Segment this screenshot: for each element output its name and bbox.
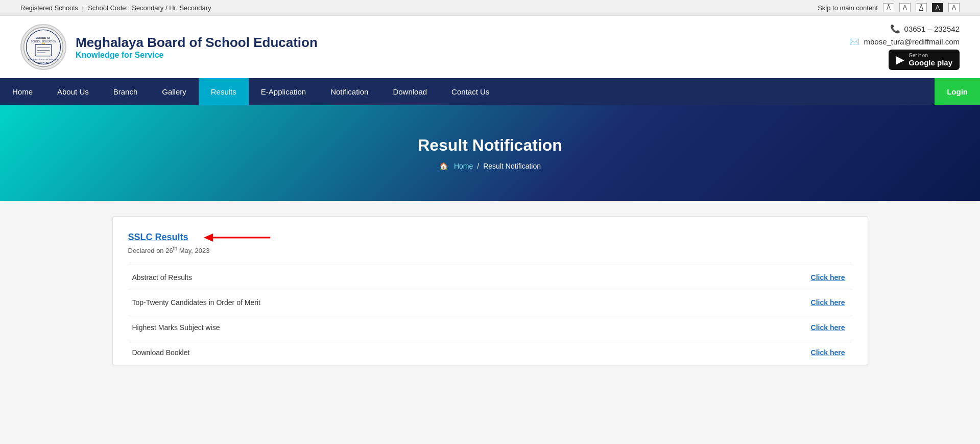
school-code-value: Secondary / Hr. Secondary [132, 4, 211, 12]
svg-text:MEGHALAYA: MEGHALAYA [37, 61, 50, 64]
svg-text:KNOWLEDGE FOR SERVICE: KNOWLEDGE FOR SERVICE [28, 58, 59, 61]
google-play-bottom: Google play [909, 58, 952, 67]
email-icon: ✉️ [849, 37, 859, 46]
main-content: SSLC Results Declared on 26th May, 2023 … [82, 216, 899, 365]
skip-link[interactable]: Skip to main content [818, 4, 878, 12]
click-here-highest[interactable]: Click here [811, 323, 845, 332]
font-size-btn-4[interactable]: A [932, 3, 943, 12]
top-bar-right: Skip to main content Ā A Ā A A [818, 3, 960, 12]
svg-text:BOARD OF: BOARD OF [36, 36, 51, 39]
table-row: Top-Twenty Candidates in Order of Merit … [128, 290, 852, 315]
tagline: Knowledge for Service [76, 51, 318, 60]
click-here-toptwenty[interactable]: Click here [811, 298, 845, 307]
sslc-results-link[interactable]: SSLC Results [128, 232, 188, 243]
breadcrumb-home[interactable]: Home [454, 162, 473, 170]
breadcrumb-separator: / [477, 162, 479, 170]
breadcrumb: 🏠 Home / Result Notification [439, 162, 541, 170]
google-play-text: Get it on Google play [909, 53, 952, 67]
font-size-btn-2[interactable]: A [899, 3, 911, 12]
row-label-highest: Highest Marks Subject wise [128, 315, 665, 340]
row-link-toptwenty[interactable]: Click here [665, 290, 852, 315]
result-title-row: SSLC Results [128, 232, 852, 243]
row-label-booklet: Download Booklet [128, 340, 665, 365]
click-here-booklet[interactable]: Click here [811, 348, 845, 357]
row-link-highest[interactable]: Click here [665, 315, 852, 340]
google-play-top: Get it on [909, 53, 952, 58]
header-right: 📞 03651 – 232542 ✉️ mbose_tura@rediffmai… [849, 24, 960, 70]
font-size-btn-3[interactable]: Ā [916, 3, 927, 12]
header-left: BOARD OF SCHOOL EDUCATION KNOWLEDGE FOR … [20, 24, 318, 70]
hero-banner: Result Notification 🏠 Home / Result Noti… [0, 105, 980, 201]
contact-email: ✉️ mbose_tura@rediffmail.com [849, 37, 960, 46]
navbar: Home About Us Branch Gallery Results E-A… [0, 78, 980, 105]
header: BOARD OF SCHOOL EDUCATION KNOWLEDGE FOR … [0, 16, 980, 78]
row-label-toptwenty: Top-Twenty Candidates in Order of Merit [128, 290, 665, 315]
registered-schools-label: Registered Schools [20, 4, 78, 12]
svg-point-0 [24, 28, 63, 67]
result-table: Abstract of Results Click here Top-Twent… [128, 265, 852, 365]
home-icon: 🏠 [439, 162, 448, 170]
result-date: Declared on 26th May, 2023 [128, 246, 852, 254]
email-address: mbose_tura@rediffmail.com [864, 37, 960, 46]
nav-contact-us[interactable]: Contact Us [439, 78, 501, 105]
table-row: Highest Marks Subject wise Click here [128, 315, 852, 340]
breadcrumb-current: Result Notification [483, 162, 541, 170]
arrow-indicator [204, 233, 270, 242]
nav-gallery[interactable]: Gallery [150, 78, 199, 105]
nav-about-us[interactable]: About Us [45, 78, 101, 105]
hero-title: Result Notification [418, 136, 562, 155]
row-link-abstract[interactable]: Click here [665, 265, 852, 290]
google-play-button[interactable]: ▶ Get it on Google play [889, 50, 960, 70]
top-bar: Registered Schools | School Code: Second… [0, 0, 980, 16]
nav-login[interactable]: Login [935, 78, 980, 105]
nav-results[interactable]: Results [199, 78, 249, 105]
table-row: Abstract of Results Click here [128, 265, 852, 290]
row-link-booklet[interactable]: Click here [665, 340, 852, 365]
phone-icon: 📞 [890, 24, 900, 34]
nav-home[interactable]: Home [0, 78, 45, 105]
separator: | [82, 4, 84, 12]
red-arrow-icon [204, 233, 270, 242]
school-code-label: School Code: [88, 4, 128, 12]
table-row: Download Booklet Click here [128, 340, 852, 365]
click-here-abstract[interactable]: Click here [811, 273, 845, 282]
contact-phone: 📞 03651 – 232542 [890, 24, 960, 34]
font-size-btn-5[interactable]: A [948, 3, 960, 12]
nav-download[interactable]: Download [380, 78, 439, 105]
row-label-abstract: Abstract of Results [128, 265, 665, 290]
nav-branch[interactable]: Branch [101, 78, 150, 105]
nav-notification[interactable]: Notification [318, 78, 380, 105]
font-size-btn-1[interactable]: Ā [883, 3, 894, 12]
result-card: SSLC Results Declared on 26th May, 2023 … [112, 216, 868, 365]
top-bar-left: Registered Schools | School Code: Second… [20, 4, 211, 12]
play-icon: ▶ [896, 53, 904, 66]
logo: BOARD OF SCHOOL EDUCATION KNOWLEDGE FOR … [20, 24, 66, 70]
nav-e-application[interactable]: E-Application [249, 78, 318, 105]
phone-number: 03651 – 232542 [904, 25, 960, 33]
header-title: Meghalaya Board of School Education Know… [76, 35, 318, 60]
org-name: Meghalaya Board of School Education [76, 35, 318, 51]
